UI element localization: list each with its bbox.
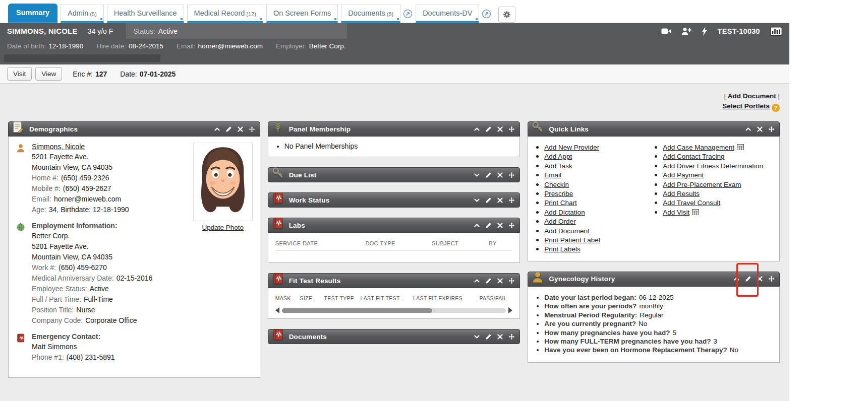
portlet-header[interactable]: Demographics xyxy=(8,121,260,137)
column-header[interactable]: LAST FIT TEST xyxy=(361,295,413,301)
column-header[interactable]: DOC TYPE xyxy=(366,240,432,246)
portlet-header[interactable]: Documents xyxy=(268,329,520,344)
quick-link[interactable]: Add Payment xyxy=(663,171,704,179)
quick-link[interactable]: Prescribe xyxy=(544,190,573,197)
portlet-header[interactable]: Gynecology History xyxy=(528,272,780,287)
quick-link[interactable]: Add Driver Fitness Determination xyxy=(663,162,763,170)
popout-icon[interactable] xyxy=(403,9,413,19)
select-portlets-link[interactable]: Select Portlets xyxy=(722,102,770,110)
tab-health-surveillance[interactable]: Health Surveillance xyxy=(107,5,184,23)
column-header[interactable]: BY xyxy=(489,240,512,246)
quick-link[interactable]: Print Patient Label xyxy=(544,236,600,244)
quick-link[interactable]: Add Results xyxy=(663,190,700,197)
quick-link[interactable]: Add Order xyxy=(544,218,575,225)
help-icon[interactable]: ? xyxy=(772,104,780,112)
quick-link[interactable]: Add Task xyxy=(544,162,572,170)
edit-icon[interactable] xyxy=(485,222,492,229)
video-camera-icon[interactable] xyxy=(661,28,671,35)
move-icon[interactable] xyxy=(768,126,775,132)
tab-summary[interactable]: Summary xyxy=(8,4,57,23)
move-icon[interactable] xyxy=(768,276,775,282)
expand-icon[interactable] xyxy=(474,197,480,204)
quick-link[interactable]: Add Travel Consult xyxy=(663,199,720,207)
tab-admin[interactable]: Admin(5) xyxy=(61,5,104,23)
quick-link[interactable]: Add Document xyxy=(544,227,589,235)
tab-medical-record[interactable]: Medical Record(12) xyxy=(187,5,263,23)
add-document-link[interactable]: Add Document xyxy=(728,92,776,100)
column-header[interactable]: SIZE xyxy=(300,295,324,301)
edit-icon[interactable] xyxy=(225,126,232,132)
edit-icon[interactable] xyxy=(745,276,751,282)
move-icon[interactable] xyxy=(508,222,515,229)
tab-documents[interactable]: Documents(8) xyxy=(341,5,400,23)
header-scroll-strip[interactable] xyxy=(4,54,160,62)
visit-button[interactable]: Visit xyxy=(7,67,32,81)
scroll-right-icon[interactable] xyxy=(508,307,512,313)
close-icon[interactable] xyxy=(757,126,763,132)
edit-icon[interactable] xyxy=(485,126,492,132)
quick-link[interactable]: Add Appt xyxy=(544,153,572,160)
collapse-icon[interactable] xyxy=(474,278,480,284)
expand-icon[interactable] xyxy=(474,333,480,340)
edit-icon[interactable] xyxy=(485,333,492,340)
quick-link[interactable]: Print Labels xyxy=(544,245,580,253)
move-icon[interactable] xyxy=(249,126,255,132)
column-header[interactable]: LAST FIT EXPIRES xyxy=(413,295,479,301)
add-user-icon[interactable] xyxy=(681,27,691,35)
patient-name-link[interactable]: Simmons, Nicole xyxy=(32,143,85,151)
collapse-icon[interactable] xyxy=(474,126,480,132)
collapse-icon[interactable] xyxy=(214,126,220,132)
scroll-left-icon[interactable] xyxy=(275,307,279,313)
collapse-icon[interactable] xyxy=(733,276,740,282)
portlet-header[interactable]: Due List xyxy=(268,167,520,182)
portlet-header[interactable]: Fit Test Results xyxy=(268,273,520,288)
collapse-icon[interactable] xyxy=(745,126,751,132)
portlet-header[interactable]: Labs xyxy=(268,218,520,233)
close-icon[interactable] xyxy=(497,333,503,340)
tab-documents-dv[interactable]: Documents-DV xyxy=(416,5,479,23)
close-icon[interactable] xyxy=(497,278,503,284)
quick-link[interactable]: Add New Provider xyxy=(544,144,599,151)
popout-icon[interactable] xyxy=(482,9,491,19)
column-header[interactable]: TEST TYPE xyxy=(324,295,361,301)
edit-icon[interactable] xyxy=(485,197,492,204)
quick-link[interactable]: Add Dictation xyxy=(544,209,585,216)
view-button[interactable]: View xyxy=(35,67,62,81)
grid-icon[interactable] xyxy=(692,208,699,217)
scrollbar-thumb[interactable] xyxy=(282,308,432,313)
scrollbar-track[interactable] xyxy=(282,308,506,313)
close-icon[interactable] xyxy=(757,276,763,282)
tab-settings-button[interactable] xyxy=(498,7,515,23)
column-header[interactable]: PASS/FAIL xyxy=(479,295,512,301)
column-header[interactable]: SERVICE DATE xyxy=(275,240,366,246)
portlet-header[interactable]: Panel Membership xyxy=(268,121,520,137)
close-icon[interactable] xyxy=(497,222,503,229)
portlet-header[interactable]: Work Status xyxy=(268,192,520,208)
collapse-icon[interactable] xyxy=(474,222,480,229)
update-photo-link[interactable]: Update Photo xyxy=(193,224,253,231)
quick-link[interactable]: Checkin xyxy=(544,181,569,188)
close-icon[interactable] xyxy=(497,126,503,132)
move-icon[interactable] xyxy=(508,197,515,204)
close-icon[interactable] xyxy=(497,172,503,178)
edit-icon[interactable] xyxy=(485,172,492,178)
close-icon[interactable] xyxy=(497,197,503,204)
move-icon[interactable] xyxy=(508,172,515,178)
move-icon[interactable] xyxy=(508,126,515,132)
quick-link[interactable]: Email xyxy=(544,171,561,179)
chart-report-icon[interactable] xyxy=(770,27,782,36)
edit-icon[interactable] xyxy=(485,278,492,284)
quick-link[interactable]: Add Pre-Placement Exam xyxy=(663,181,741,188)
quick-link[interactable]: Add Case Management xyxy=(663,144,734,151)
quick-link[interactable]: Add Visit xyxy=(663,209,689,216)
flash-icon[interactable] xyxy=(702,27,708,36)
grid-icon[interactable] xyxy=(737,143,744,152)
expand-icon[interactable] xyxy=(474,172,480,178)
move-icon[interactable] xyxy=(508,333,515,340)
quick-link[interactable]: Print Chart xyxy=(544,199,577,207)
column-header[interactable]: SUBJECT xyxy=(432,240,489,246)
portlet-header[interactable]: Quick Links xyxy=(528,121,780,137)
move-icon[interactable] xyxy=(508,278,515,284)
quick-link[interactable]: Add Contact Tracing xyxy=(663,153,724,160)
column-header[interactable]: MASK xyxy=(275,295,300,301)
